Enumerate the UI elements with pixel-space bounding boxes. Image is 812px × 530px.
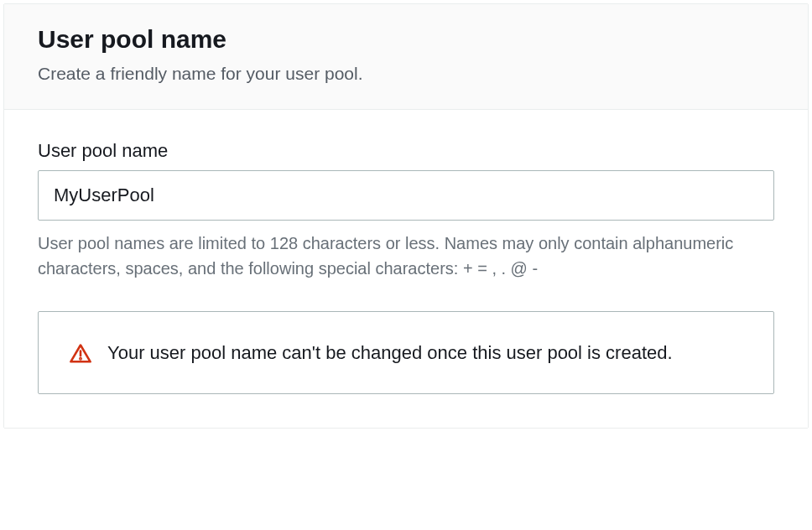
warning-icon [69, 342, 92, 366]
pool-name-help-text: User pool names are limited to 128 chara… [38, 231, 774, 281]
panel-header: User pool name Create a friendly name fo… [4, 4, 808, 110]
user-pool-name-panel: User pool name Create a friendly name fo… [3, 3, 809, 429]
panel-title: User pool name [38, 24, 774, 55]
warning-message: Your user pool name can't be changed onc… [107, 339, 673, 366]
immutable-name-warning: Your user pool name can't be changed onc… [38, 311, 774, 394]
panel-subtitle: Create a friendly name for your user poo… [38, 61, 774, 86]
panel-body: User pool name User pool names are limit… [4, 110, 808, 428]
pool-name-input[interactable] [38, 170, 774, 221]
pool-name-label: User pool name [38, 140, 774, 162]
svg-point-1 [80, 359, 81, 360]
